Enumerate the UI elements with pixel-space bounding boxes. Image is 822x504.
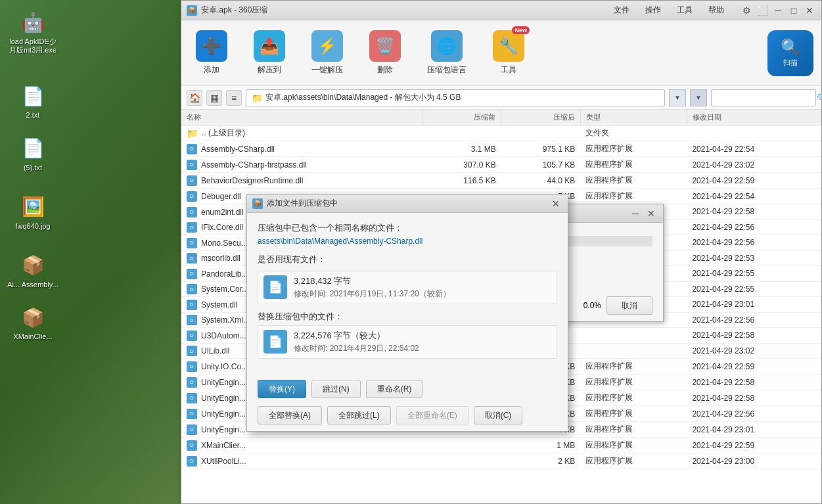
- delete-icon: 🗑️: [369, 30, 401, 62]
- table-row[interactable]: 📁.. (上级目录)文件夹: [181, 126, 821, 141]
- minimize-button[interactable]: ─: [771, 4, 785, 17]
- col-name[interactable]: 名称: [181, 110, 422, 126]
- file-name-cell: DXMainClier...: [181, 438, 422, 453]
- menu-help[interactable]: 帮助: [706, 3, 727, 17]
- comp-after-cell: [501, 126, 580, 141]
- desktop-icon-xmainclient[interactable]: 📦 XMainClie...: [3, 302, 62, 344]
- existing-file-date: 修改时间: 2021年6月19日, 11:37:20（较新）: [294, 288, 551, 300]
- progress-close-button[interactable]: ✕: [645, 207, 658, 220]
- progress-cancel-button[interactable]: 取消: [606, 296, 652, 315]
- file-icon: DUnityEngin...: [187, 409, 246, 419]
- path-dropdown-button[interactable]: ▼: [669, 89, 686, 106]
- comp-before-cell: 3.1 MB: [422, 141, 501, 157]
- file-icon: 📁.. (上级目录): [187, 127, 245, 139]
- rename-button[interactable]: 重命名(R): [366, 380, 423, 398]
- delete-label: 删除: [377, 64, 393, 76]
- file-date-cell: 2021-04-29 22:59: [687, 438, 821, 453]
- file-type-cell: [580, 328, 687, 344]
- file-date-cell: 2021-04-29 22:55: [687, 266, 821, 282]
- scan-button[interactable]: 🔍 扫描: [767, 30, 813, 76]
- col-date[interactable]: 修改日期: [687, 110, 821, 126]
- nav-home-button[interactable]: 🏠: [187, 90, 202, 106]
- search-input[interactable]: [716, 93, 814, 103]
- file-date-cell: 2021-04-29 22:56: [687, 406, 821, 422]
- tools-icon: 🔧: [493, 30, 524, 62]
- file-type-cell: 应用程序扩展: [580, 359, 687, 375]
- progress-minimize-button[interactable]: ─: [629, 207, 642, 220]
- table-row[interactable]: DAssembly-CSharp.dll3.1 MB975.1 KB应用程序扩展…: [181, 141, 821, 157]
- skip-all-button[interactable]: 全部跳过(L): [327, 406, 391, 424]
- window-controls: ⚙ ⬜ ─ □ ✕: [740, 4, 816, 17]
- maximize-button[interactable]: □: [787, 4, 800, 17]
- comp-before-cell: 116.5 KB: [422, 173, 501, 189]
- skip-button[interactable]: 跳过(N): [311, 380, 361, 398]
- conflict-message: 压缩包中已包含一个相同名称的文件：: [258, 222, 557, 234]
- table-row[interactable]: DBehaviorDesignerRuntime.dll116.5 KB44.0…: [181, 173, 821, 189]
- conflict-dialog: 📦 添加文件到压缩包中 ✕ 压缩包中已包含一个相同名称的文件： assets\b…: [246, 194, 568, 432]
- replace-all-button[interactable]: 全部替换(A): [258, 406, 322, 424]
- onekey-button[interactable]: ⚡ 一键解压: [305, 26, 350, 80]
- dll-icon: D: [187, 331, 197, 341]
- menu-operation[interactable]: 操作: [643, 3, 664, 17]
- onekey-label: 一键解压: [311, 64, 343, 76]
- add-button[interactable]: ➕ 添加: [189, 26, 234, 80]
- comp-after-cell: 1 MB: [501, 438, 580, 453]
- dll-icon: D: [187, 284, 197, 294]
- cancel-all-button[interactable]: 取消(C): [474, 406, 523, 424]
- 5txt-icon: 📄: [20, 135, 46, 162]
- file-name-cell: DAssembly-CSharp.dll: [181, 141, 422, 157]
- file-date-cell: 2021-04-29 22:58: [687, 204, 821, 220]
- desktop-icon-area: 🤖 load ApkIDE少月版mt3用.exe 📄 2.txt 📄 (5).t…: [0, 0, 92, 504]
- 5txt-label: (5).txt: [24, 164, 42, 172]
- table-header-row: 名称 压缩前 压缩后 类型 修改日期: [181, 110, 821, 126]
- file-icon: DAssembly-CSharp-firstpass.dll: [187, 160, 307, 170]
- comp-before-cell: [422, 126, 501, 141]
- file-icon: DU3DAutom...: [187, 331, 246, 341]
- file-type-cell: 应用程序扩展: [580, 375, 687, 390]
- replacing-file-size: 3,224,576 字节（较大）: [294, 330, 551, 342]
- file-icon: DAssembly-CSharp.dll: [187, 144, 275, 154]
- window-title: 安卓.apk - 360压缩: [201, 5, 611, 16]
- compress-lang-button[interactable]: 🌐 压缩包语言: [421, 26, 473, 80]
- desktop-icon-jpg[interactable]: 🖼️ fwq640.jpg: [3, 191, 62, 233]
- file-icon: Dmscorlib.dll: [187, 253, 240, 263]
- extract-button[interactable]: 📤 解压到: [247, 26, 292, 80]
- menu-file[interactable]: 文件: [611, 3, 632, 17]
- file-icon: Denum2int.dll: [187, 207, 244, 218]
- tools-button[interactable]: New 🔧 工具: [486, 26, 531, 80]
- path-dropdown2-button[interactable]: ▼: [690, 89, 707, 106]
- file-name-cell: 📁.. (上级目录): [181, 126, 422, 141]
- table-row[interactable]: DAssembly-CSharp-firstpass.dll307.0 KB10…: [181, 157, 821, 173]
- col-comp-after[interactable]: 压缩后: [501, 110, 580, 126]
- delete-button[interactable]: 🗑️ 删除: [363, 26, 407, 80]
- conflict-close-button[interactable]: ✕: [549, 197, 562, 210]
- rename-all-button[interactable]: 全部重命名(E): [396, 406, 468, 424]
- search-box[interactable]: 🔍: [711, 89, 816, 106]
- replace-button[interactable]: 替换(Y): [258, 380, 306, 398]
- file-date-cell: 2021-04-29 23:02: [687, 157, 821, 173]
- window-restore-button[interactable]: ⬜: [756, 4, 769, 17]
- replacing-file-icon: 📄: [263, 330, 287, 354]
- nav-view2-button[interactable]: ≡: [226, 90, 242, 106]
- comp-after-cell: 105.7 KB: [501, 157, 580, 173]
- assembly-icon: 📦: [20, 252, 46, 279]
- nav-view1-button[interactable]: ▦: [206, 90, 222, 106]
- desktop-icon-5txt[interactable]: 📄 (5).txt: [3, 133, 62, 175]
- file-icon: DUnityEngin...: [187, 393, 246, 403]
- table-row[interactable]: DXUtliPoolLi...2 KB应用程序扩展2021-04-29 23:0…: [181, 453, 821, 469]
- col-type[interactable]: 类型: [580, 110, 687, 126]
- address-path[interactable]: 📁 安卓.apk\assets\bin\Data\Managed - 解包大小为…: [246, 89, 665, 106]
- desktop-icon-2txt[interactable]: 📄 2.txt: [3, 80, 62, 122]
- desktop-icon-assembly[interactable]: 📦 Ai... Assembly...: [3, 250, 62, 292]
- col-comp-before[interactable]: 压缩前: [422, 110, 501, 126]
- desktop-icon-apkide[interactable]: 🤖 load ApkIDE少月版mt3用.exe: [3, 7, 62, 57]
- apkide-icon: 🤖: [20, 9, 46, 35]
- comp-after-cell: 44.0 KB: [501, 173, 580, 189]
- file-icon: DUnityEngin...: [187, 424, 246, 435]
- extract-icon: 📤: [254, 30, 285, 62]
- 2txt-icon: 📄: [20, 83, 46, 109]
- close-button[interactable]: ✕: [803, 4, 816, 17]
- settings-button[interactable]: ⚙: [740, 4, 753, 17]
- table-row[interactable]: DXMainClier...1 MB应用程序扩展2021-04-29 22:59: [181, 438, 821, 453]
- menu-tools[interactable]: 工具: [674, 3, 695, 17]
